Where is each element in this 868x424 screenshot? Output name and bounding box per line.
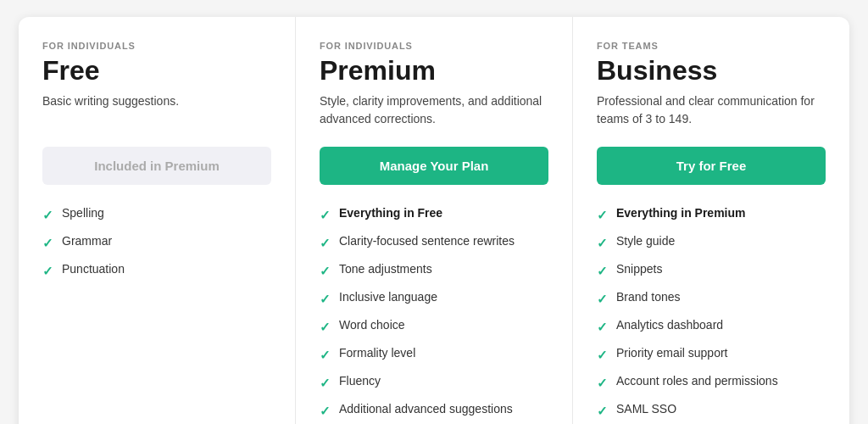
- checkmark-icon: ✓: [42, 234, 53, 252]
- list-item: ✓Spelling: [42, 205, 271, 224]
- plan-audience-0: For Individuals: [42, 41, 271, 51]
- plan-name-2: Business: [597, 56, 826, 86]
- feature-label: Punctuation: [62, 261, 125, 278]
- checkmark-icon: ✓: [320, 262, 331, 280]
- checkmark-icon: ✓: [597, 402, 608, 420]
- list-item: ✓Clarity-focused sentence rewrites: [320, 233, 548, 252]
- checkmark-icon: ✓: [597, 262, 608, 280]
- plan-audience-2: For Teams: [597, 41, 826, 51]
- list-item: ✓Everything in Premium: [597, 205, 826, 224]
- list-item: ✓Tone adjustments: [320, 261, 548, 280]
- list-item: ✓Grammar: [42, 233, 271, 252]
- feature-label: Additional advanced suggestions: [339, 401, 513, 418]
- list-item: ✓Punctuation: [42, 261, 271, 280]
- checkmark-icon: ✓: [42, 262, 53, 280]
- list-item: ✓Word choice: [320, 317, 548, 336]
- plan-description-1: Style, clarity improvements, and additio…: [320, 92, 548, 128]
- checkmark-icon: ✓: [597, 346, 608, 364]
- feature-label: Analytics dashboard: [616, 317, 723, 334]
- feature-label: Style guide: [616, 233, 675, 250]
- plan-button-2[interactable]: Try for Free: [597, 147, 826, 185]
- feature-label: Brand tones: [616, 289, 681, 306]
- checkmark-icon: ✓: [597, 290, 608, 308]
- features-list-1: ✓Everything in Free✓Clarity-focused sent…: [320, 205, 548, 420]
- feature-label: Account roles and permissions: [616, 373, 778, 390]
- feature-label: Inclusive language: [339, 289, 437, 306]
- list-item: ✓Additional advanced suggestions: [320, 401, 548, 420]
- plan-column-business: For TeamsBusinessProfessional and clear …: [573, 17, 849, 424]
- checkmark-icon: ✓: [320, 402, 331, 420]
- plan-description-0: Basic writing suggestions.: [42, 92, 271, 128]
- checkmark-icon: ✓: [320, 318, 331, 336]
- checkmark-icon: ✓: [597, 206, 608, 224]
- features-list-0: ✓Spelling✓Grammar✓Punctuation: [42, 205, 271, 280]
- feature-label: Fluency: [339, 373, 381, 390]
- feature-label: Word choice: [339, 317, 405, 334]
- feature-label: Everything in Free: [339, 205, 442, 222]
- checkmark-icon: ✓: [597, 374, 608, 392]
- list-item: ✓Inclusive language: [320, 289, 548, 308]
- list-item: ✓Priority email support: [597, 345, 826, 364]
- feature-label: Priority email support: [616, 345, 728, 362]
- list-item: ✓Fluency: [320, 373, 548, 392]
- checkmark-icon: ✓: [597, 234, 608, 252]
- pricing-container: For IndividualsFreeBasic writing suggest…: [19, 17, 849, 424]
- list-item: ✓Formality level: [320, 345, 548, 364]
- list-item: ✓Brand tones: [597, 289, 826, 308]
- plan-name-0: Free: [42, 56, 271, 86]
- list-item: ✓Snippets: [597, 261, 826, 280]
- feature-label: Snippets: [616, 261, 662, 278]
- feature-label: SAML SSO: [616, 401, 676, 418]
- plan-button-0: Included in Premium: [42, 147, 271, 185]
- list-item: ✓SAML SSO: [597, 401, 826, 420]
- checkmark-icon: ✓: [320, 374, 331, 392]
- checkmark-icon: ✓: [320, 206, 331, 224]
- plan-button-1[interactable]: Manage Your Plan: [320, 147, 548, 185]
- checkmark-icon: ✓: [320, 290, 331, 308]
- checkmark-icon: ✓: [320, 346, 331, 364]
- feature-label: Grammar: [62, 233, 112, 250]
- feature-label: Everything in Premium: [616, 205, 745, 222]
- plan-column-premium: For IndividualsPremiumStyle, clarity imp…: [296, 17, 573, 424]
- features-list-2: ✓Everything in Premium✓Style guide✓Snipp…: [597, 205, 826, 424]
- plan-audience-1: For Individuals: [320, 41, 548, 51]
- feature-label: Formality level: [339, 345, 415, 362]
- feature-label: Tone adjustments: [339, 261, 432, 278]
- list-item: ✓Analytics dashboard: [597, 317, 826, 336]
- feature-label: Clarity-focused sentence rewrites: [339, 233, 515, 250]
- checkmark-icon: ✓: [42, 206, 53, 224]
- plan-name-1: Premium: [320, 56, 548, 86]
- checkmark-icon: ✓: [597, 318, 608, 336]
- plan-description-2: Professional and clear communication for…: [597, 92, 826, 128]
- list-item: ✓Everything in Free: [320, 205, 548, 224]
- feature-label: Spelling: [62, 205, 104, 222]
- list-item: ✓Style guide: [597, 233, 826, 252]
- checkmark-icon: ✓: [320, 234, 331, 252]
- list-item: ✓Account roles and permissions: [597, 373, 826, 392]
- plan-column-free: For IndividualsFreeBasic writing suggest…: [19, 17, 296, 424]
